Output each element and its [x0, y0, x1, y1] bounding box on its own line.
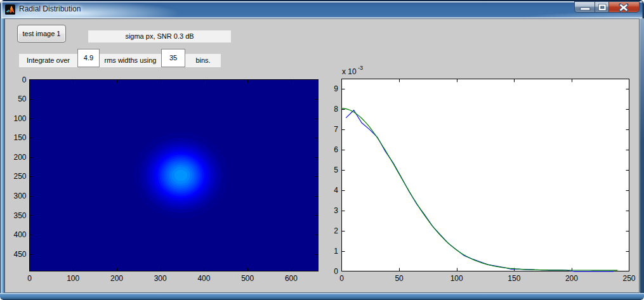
svg-text:200: 200	[565, 274, 578, 283]
svg-text:5: 5	[334, 166, 338, 174]
svg-text:50: 50	[395, 274, 404, 283]
svg-text:200: 200	[13, 153, 26, 162]
svg-text:7: 7	[334, 125, 338, 134]
svg-text:400: 400	[13, 230, 26, 239]
svg-text:200: 200	[110, 274, 123, 283]
svg-text:250: 250	[13, 172, 26, 181]
svg-text:400: 400	[197, 274, 210, 283]
svg-text:150: 150	[13, 133, 26, 142]
svg-text:300: 300	[154, 274, 167, 283]
svg-text:6: 6	[334, 145, 338, 154]
svg-text:150: 150	[508, 274, 520, 283]
svg-text:3: 3	[334, 206, 338, 215]
svg-text:0: 0	[339, 274, 344, 283]
svg-text:500: 500	[241, 274, 254, 283]
svg-text:100: 100	[450, 274, 463, 283]
svg-text:9: 9	[334, 84, 338, 93]
svg-text:0: 0	[27, 274, 32, 283]
svg-text:250: 250	[622, 274, 635, 283]
svg-text:1: 1	[334, 247, 338, 256]
svg-text:0: 0	[334, 267, 338, 276]
svg-text:600: 600	[285, 274, 298, 283]
svg-text:x 10: x 10	[342, 67, 357, 76]
svg-text:-3: -3	[358, 65, 363, 71]
svg-text:100: 100	[67, 274, 79, 283]
svg-text:0: 0	[22, 75, 27, 84]
svg-text:350: 350	[13, 211, 26, 220]
svg-text:50: 50	[18, 95, 27, 103]
svg-text:300: 300	[13, 192, 26, 200]
svg-text:4: 4	[334, 186, 338, 195]
svg-text:8: 8	[334, 105, 338, 114]
svg-text:2: 2	[334, 226, 338, 235]
svg-text:100: 100	[13, 114, 26, 123]
svg-text:450: 450	[13, 250, 26, 259]
